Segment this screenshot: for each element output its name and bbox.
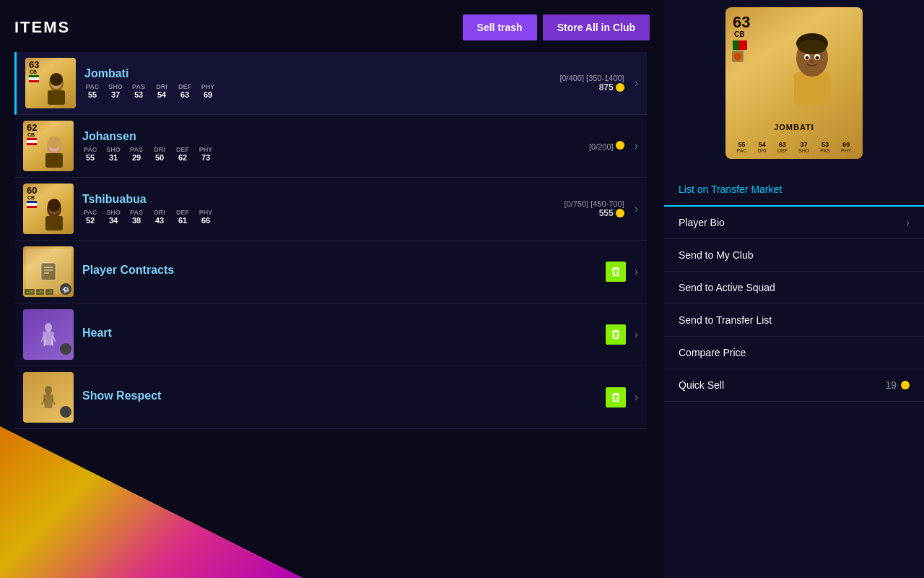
celebration-card-thumb2 — [23, 372, 74, 423]
price-range: [0/400] [350-1400] — [559, 74, 624, 82]
chevron-right-icon: › — [635, 139, 638, 152]
svg-text:⚽: ⚽ — [62, 286, 69, 293]
stat-label: PAC — [82, 209, 98, 216]
card-stat-def: 53 PAS — [820, 141, 830, 153]
coin-icon — [616, 141, 624, 150]
card-pos: CB — [27, 132, 35, 137]
stat-value: 37 — [108, 90, 123, 99]
svg-point-7 — [48, 136, 61, 149]
item-price-info: [0/750] [450-700] 555 — [564, 199, 624, 218]
stat-labels: PAC SHO PAS DRI DEF PHY — [82, 146, 580, 153]
player-card-thumb: 63 CB — [25, 58, 76, 108]
price-value: 555 — [599, 208, 624, 218]
stat-value: 50 — [152, 153, 167, 162]
card-stat-dri: 37 SHO — [798, 141, 809, 153]
list-item[interactable]: 60 CB Tshibuabua PAC — [14, 178, 647, 241]
compare-price-button[interactable]: Compare Price — [664, 337, 924, 369]
trash-button[interactable] — [606, 387, 626, 407]
list-item[interactable]: 62 CB Johansen PAC — [14, 115, 647, 178]
item-name: Jombati — [84, 67, 551, 80]
card-flag — [27, 138, 37, 145]
send-to-active-squad-button[interactable]: Send to Active Squad — [664, 272, 924, 304]
stat-value: 55 — [84, 90, 100, 99]
card-pos: CB — [30, 69, 37, 74]
card-stat-pac: 55 PAC — [737, 141, 747, 153]
stat-pas-label: DEF — [777, 148, 788, 153]
stat-label: PAS — [131, 83, 147, 90]
card-stat-phy: 69 PHY — [841, 141, 851, 153]
stat-def-label: PAS — [820, 148, 830, 153]
stat-sho-label: DRI — [758, 148, 767, 153]
player-bio-button[interactable]: Player Bio › — [664, 207, 924, 239]
card-large-stats: 55 PAC 54 DRI 63 DEF 37 SHO 53 PAS — [725, 141, 863, 153]
stat-dri-label: SHO — [798, 148, 809, 153]
coin-icon — [616, 83, 624, 92]
item-info: Player Contracts — [74, 264, 606, 280]
stat-def-value: 53 — [821, 141, 829, 148]
list-item[interactable]: 63 CB Jombati PAC — [14, 52, 647, 115]
svg-rect-5 — [45, 153, 63, 168]
chevron-right-icon: › — [635, 265, 638, 278]
stat-label: DRI — [152, 146, 167, 153]
action-label: Send to Active Squad — [679, 282, 775, 293]
player-image — [36, 194, 72, 234]
svg-rect-1 — [48, 90, 65, 105]
items-list[interactable]: 63 CB Jombati PAC — [14, 52, 650, 578]
card-large-name: JOMBATI — [725, 123, 863, 131]
item-info: Heart — [74, 327, 606, 342]
stat-label: PAC — [82, 146, 98, 153]
celebration-card-thumb — [23, 309, 74, 360]
stat-value: 61 — [175, 216, 191, 225]
action-label: Send to Transfer List — [679, 314, 772, 326]
stat-pac-label: PAC — [737, 148, 747, 153]
coin-icon — [616, 209, 624, 217]
stat-dri-value: 37 — [801, 141, 808, 148]
consumable-card-thumb: +15 +6 +3 ⚽ — [23, 246, 74, 297]
stat-label: PHY — [200, 83, 216, 90]
action-label: Player Bio — [679, 217, 725, 228]
send-to-transfer-list-button[interactable]: Send to Transfer List — [664, 304, 924, 337]
player-image — [36, 131, 72, 171]
item-name: Player Contracts — [82, 264, 597, 277]
stat-value: 63 — [177, 90, 193, 99]
list-item[interactable]: Heart › — [14, 303, 647, 366]
card-flag — [29, 75, 39, 82]
page-title: ITEMS — [14, 18, 70, 37]
store-all-button[interactable]: Store All in Club — [543, 14, 650, 40]
item-info: Tshibuabua PAC SHO PAS DRI DEF PHY 52 34… — [74, 193, 564, 225]
svg-point-11 — [48, 199, 61, 212]
action-label: Compare Price — [679, 347, 746, 358]
stat-label: SHO — [105, 209, 121, 216]
quick-sell-value-group: 19 — [885, 379, 910, 391]
card-large-flag — [733, 40, 747, 50]
stat-label: DEF — [175, 209, 191, 216]
quick-sell-button[interactable]: Quick Sell 19 — [664, 369, 924, 402]
list-item[interactable]: +15 +6 +3 ⚽ Player Contracts — [14, 241, 647, 303]
item-name: Show Respect — [82, 389, 597, 402]
card-flag — [27, 201, 37, 208]
item-info: Jombati PAC SHO PAS DRI DEF PHY 55 37 53… — [76, 67, 559, 99]
sell-trash-button[interactable]: Sell trash — [463, 14, 537, 40]
svg-rect-9 — [45, 216, 63, 230]
stat-value: 54 — [154, 90, 170, 99]
stat-labels: PAC SHO PAS DRI DEF PHY — [82, 209, 555, 216]
stat-value: 52 — [82, 216, 98, 225]
player-image — [38, 69, 74, 108]
trash-button[interactable] — [606, 262, 626, 282]
stat-label: DEF — [175, 146, 191, 153]
chevron-right-icon: › — [635, 328, 638, 341]
stat-value: 34 — [105, 216, 121, 225]
card-large-position: CB — [734, 30, 744, 38]
svg-point-21 — [60, 406, 71, 418]
item-name: Tshibuabua — [82, 193, 555, 206]
player-card-thumb: 60 CB — [23, 184, 74, 234]
trash-button[interactable] — [606, 324, 626, 345]
stat-value: 29 — [128, 153, 144, 162]
stat-value: 53 — [131, 90, 147, 99]
item-name: Johansen — [82, 130, 580, 143]
list-on-transfer-market-button[interactable]: List on Transfer Market — [664, 173, 924, 207]
action-label: Send to My Club — [679, 249, 754, 261]
send-to-my-club-button[interactable]: Send to My Club — [664, 239, 924, 272]
stat-label: DRI — [154, 83, 170, 90]
list-item[interactable]: Show Respect › — [14, 366, 647, 429]
